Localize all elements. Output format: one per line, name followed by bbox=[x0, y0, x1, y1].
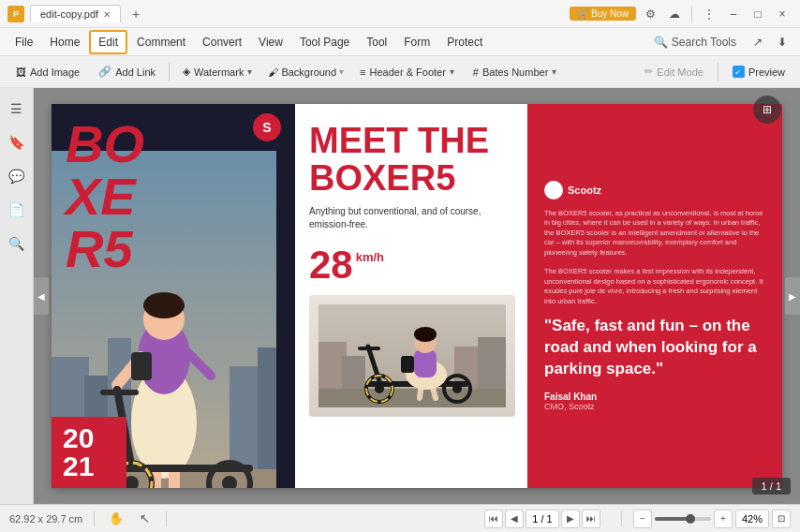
year-text: 2021 bbox=[63, 424, 115, 480]
pdf-left-section: S BOXER5 bbox=[52, 104, 295, 488]
toolbar-icon-1[interactable]: ⚙ bbox=[640, 4, 660, 24]
menu-protect[interactable]: Protect bbox=[439, 32, 490, 52]
tagline-text: Anything but conventional, and of course… bbox=[309, 205, 512, 231]
svg-point-46 bbox=[414, 327, 437, 342]
prev-page-arrow[interactable]: ◀ bbox=[34, 277, 49, 315]
cart-icon: 🛒 bbox=[577, 8, 588, 19]
page-dimensions: 62.92 x 29.7 cm bbox=[9, 513, 82, 525]
search-icon: 🔍 bbox=[654, 36, 668, 49]
status-bar: 62.92 x 29.7 cm ✋ ↖ ⏮ ◀ ▶ ⏭ − + ⊡ bbox=[0, 504, 800, 532]
title-bar-right: 🛒 Buy Now ⚙ ☁ ⋮ – □ × bbox=[570, 4, 793, 24]
fit-page-button[interactable]: ⊡ bbox=[772, 510, 791, 528]
floating-action-button[interactable]: ⊞ bbox=[753, 96, 781, 124]
new-tab-button[interactable]: + bbox=[126, 5, 145, 23]
edit-mode-button[interactable]: ✏ Edit Mode bbox=[637, 63, 711, 81]
toolbar-sep-1 bbox=[169, 63, 170, 81]
background-button[interactable]: 🖌 Background ▾ bbox=[262, 64, 349, 81]
menu-tool[interactable]: Tool bbox=[359, 32, 394, 52]
scooter-image bbox=[309, 295, 515, 417]
quote-text: "Safe, fast and fun – on the road and wh… bbox=[544, 316, 765, 380]
zoom-slider[interactable] bbox=[655, 517, 711, 521]
header-footer-button[interactable]: ≡ Header & Footer bbox=[351, 63, 463, 81]
close-button[interactable]: × bbox=[772, 4, 793, 24]
status-sep-3 bbox=[621, 511, 622, 526]
watermark-icon: ◈ bbox=[183, 66, 190, 78]
add-image-button[interactable]: 🖼 Add Image bbox=[7, 63, 88, 81]
zoom-input[interactable] bbox=[735, 510, 769, 528]
search-tools-button[interactable]: 🔍 Search Tools bbox=[646, 33, 744, 52]
brand-circle: S bbox=[253, 113, 281, 141]
title-bar: P edit-copy.pdf ✕ + 🛒 Buy Now ⚙ ☁ ⋮ – □ … bbox=[0, 0, 800, 28]
speed-value: 28 bbox=[309, 243, 353, 288]
minimize-button[interactable]: – bbox=[723, 4, 744, 24]
menu-edit[interactable]: Edit bbox=[89, 30, 127, 54]
link-icon: 🔗 bbox=[98, 66, 111, 78]
menu-convert[interactable]: Convert bbox=[195, 32, 249, 52]
status-sep-2 bbox=[166, 511, 167, 526]
meet-the-title: MEET THEBOXER5 bbox=[309, 123, 512, 198]
more-options-button[interactable]: ⋮ bbox=[699, 4, 719, 24]
current-tab[interactable]: edit-copy.pdf ✕ bbox=[30, 5, 121, 22]
title-separator bbox=[691, 7, 692, 22]
pdf-page: S BOXER5 bbox=[52, 104, 782, 488]
next-page-button[interactable]: ▶ bbox=[561, 510, 580, 528]
title-bar-left: P edit-copy.pdf ✕ + bbox=[7, 5, 570, 23]
scootz-circle bbox=[544, 181, 563, 200]
speed-unit: km/h bbox=[356, 250, 384, 264]
left-sidebar: ☰ 🔖 💬 📄 🔍 bbox=[0, 88, 34, 504]
download-icon[interactable]: ⬇ bbox=[772, 32, 793, 52]
svg-point-37 bbox=[375, 384, 384, 393]
svg-rect-32 bbox=[319, 389, 506, 407]
sidebar-panels-icon[interactable]: ☰ bbox=[4, 96, 30, 122]
zoom-out-button[interactable]: − bbox=[633, 510, 652, 528]
zoom-slider-thumb[interactable] bbox=[686, 514, 695, 524]
toolbar-icon-2[interactable]: ☁ bbox=[664, 4, 685, 24]
buy-now-button[interactable]: 🛒 Buy Now bbox=[570, 7, 636, 21]
external-link-icon[interactable]: ↗ bbox=[748, 32, 768, 52]
zoom-controls: − + ⊡ bbox=[633, 510, 791, 528]
preview-button[interactable]: Preview bbox=[725, 63, 793, 81]
next-page-arrow[interactable]: ▶ bbox=[785, 277, 800, 315]
sidebar-comment-icon[interactable]: 💬 bbox=[4, 163, 30, 189]
menu-home[interactable]: Home bbox=[42, 32, 87, 52]
zoom-in-button[interactable]: + bbox=[714, 510, 733, 528]
watermark-button[interactable]: ◈ Watermark bbox=[174, 62, 260, 81]
scooter-svg bbox=[319, 304, 506, 407]
maximize-button[interactable]: □ bbox=[748, 4, 768, 24]
sidebar-pages-icon[interactable]: 📄 bbox=[4, 197, 30, 223]
scootz-name: Scootz bbox=[568, 185, 601, 196]
app-icon: P bbox=[7, 6, 24, 22]
pdf-right-section: Scootz The BOXER5 scooter, as practical … bbox=[527, 104, 782, 488]
sidebar-search-icon[interactable]: 🔍 bbox=[4, 230, 30, 257]
main-layout: ☰ 🔖 💬 📄 🔍 ◀ S BOXER5 bbox=[0, 88, 800, 504]
boxer5-title: BOXER5 bbox=[66, 118, 144, 275]
toolbar-sep-2 bbox=[718, 63, 719, 81]
first-page-button[interactable]: ⏮ bbox=[484, 510, 503, 528]
status-sep-1 bbox=[94, 511, 95, 526]
author-name: Faisal Khan bbox=[544, 392, 765, 402]
page-navigation: ⏮ ◀ ▶ ⏭ bbox=[484, 510, 600, 528]
tab-close-button[interactable]: ✕ bbox=[103, 9, 111, 20]
hand-tool-button[interactable]: ✋ bbox=[106, 509, 126, 529]
menu-view[interactable]: View bbox=[251, 32, 290, 52]
tab-filename: edit-copy.pdf bbox=[40, 8, 98, 20]
menu-form[interactable]: Form bbox=[396, 32, 437, 52]
menu-page[interactable]: Tool Page bbox=[292, 32, 357, 52]
select-tool-button[interactable]: ↖ bbox=[134, 509, 155, 529]
prev-page-button[interactable]: ◀ bbox=[505, 510, 524, 528]
bates-number-button[interactable]: # Bates Number bbox=[465, 63, 565, 81]
edit-toolbar: 🖼 Add Image 🔗 Add Link ◈ Watermark 🖌 Bac… bbox=[0, 56, 800, 88]
toolbar-right: ✏ Edit Mode Preview bbox=[637, 63, 793, 81]
svg-point-12 bbox=[143, 292, 185, 318]
last-page-button[interactable]: ⏭ bbox=[582, 510, 600, 528]
svg-rect-44 bbox=[414, 349, 437, 377]
menu-file[interactable]: File bbox=[7, 32, 40, 52]
sidebar-bookmark-icon[interactable]: 🔖 bbox=[4, 129, 30, 155]
svg-rect-5 bbox=[258, 347, 276, 488]
add-link-button[interactable]: 🔗 Add Link bbox=[90, 62, 164, 81]
page-number-input[interactable] bbox=[526, 510, 559, 528]
menu-comment[interactable]: Comment bbox=[129, 32, 193, 52]
description-text-2: The BOXER5 scooter makes a first impress… bbox=[544, 267, 765, 306]
image-icon: 🖼 bbox=[16, 66, 26, 78]
zoom-slider-fill bbox=[655, 517, 688, 521]
